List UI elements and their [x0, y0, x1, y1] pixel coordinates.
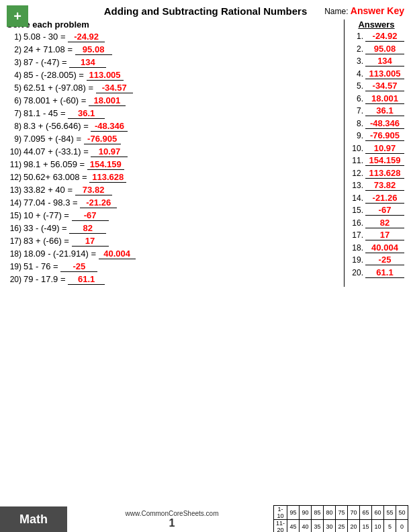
ak-num: 10.	[349, 144, 363, 153]
ak-row: 19. -25	[349, 255, 404, 265]
ak-row: 11. 154.159	[349, 155, 404, 166]
ak-value: -24.92	[365, 31, 404, 42]
ak-value: 10.97	[365, 143, 404, 154]
ak-value: -48.346	[365, 118, 404, 129]
problem-row: 18) 18.09 - (-21.914) = 40.004	[7, 249, 340, 259]
ak-row: 9. -76.905	[349, 130, 404, 141]
ak-num: 12.	[349, 169, 363, 178]
problem-number: 13)	[7, 185, 21, 195]
ak-num: 20.	[349, 268, 363, 277]
ak-header: Answers	[349, 19, 404, 30]
ak-value: -21.26	[365, 193, 404, 204]
ak-row: 16. 82	[349, 218, 404, 228]
problem-row: 16) 33 - (-49) = 82	[7, 223, 340, 234]
ak-value: 18.001	[365, 93, 404, 104]
problem-row: 11) 98.1 + 56.059 = 154.159	[7, 159, 340, 170]
problem-number: 8)	[7, 122, 21, 131]
problem-text: 98.1 + 56.059 = 154.159	[24, 159, 340, 170]
problem-row: 10) 44.07 + (-33.1) = 10.97	[7, 146, 340, 157]
ak-row: 10. 10.97	[349, 143, 404, 154]
problem-number: 19)	[7, 262, 21, 271]
problem-text: 62.51 + (-97.08) = -34.57	[24, 83, 340, 93]
answer-value: -34.57	[96, 83, 133, 93]
problem-row: 1) 5.08 - 30 = -24.92	[7, 32, 340, 42]
problem-text: 78.001 + (-60) = 18.001	[24, 95, 340, 106]
problem-number: 14)	[7, 198, 21, 208]
ak-row: 18. 40.004	[349, 242, 404, 253]
problem-number: 15)	[7, 211, 21, 220]
ak-row: 20. 61.1	[349, 267, 404, 278]
problem-row: 2) 24 + 71.08 = 95.08	[7, 44, 340, 55]
answer-value: -76.905	[84, 134, 121, 144]
problem-number: 5)	[7, 83, 21, 93]
problem-row: 14) 77.04 - 98.3 = -21.26	[7, 197, 340, 208]
ak-num: 7.	[349, 106, 363, 116]
footer-math-label: Math	[0, 506, 67, 532]
page: + Adding and Subtracting Rational Number…	[0, 0, 411, 532]
ak-num: 2.	[349, 44, 363, 54]
problem-row: 13) 33.82 + 40 = 73.82	[7, 185, 340, 195]
problem-row: 5) 62.51 + (-97.08) = -34.57	[7, 83, 340, 93]
answer-value: 134	[69, 57, 106, 68]
problem-number: 7)	[7, 109, 21, 118]
ak-num: 8.	[349, 119, 363, 128]
ak-row: 7. 36.1	[349, 105, 404, 116]
problem-number: 18)	[7, 249, 21, 259]
problem-row: 7) 81.1 - 45 = 36.1	[7, 108, 340, 119]
problem-text: 7.095 + (-84) = -76.905	[24, 134, 340, 144]
answer-value: 113.005	[87, 70, 124, 81]
footer-center: www.CommonCoreSheets.com 1	[67, 506, 277, 532]
problem-text: 18.09 - (-21.914) = 40.004	[24, 249, 340, 259]
answer-value: 154.159	[87, 159, 124, 170]
answer-value: 95.08	[75, 44, 112, 55]
main-content: Solve each problem 1) 5.08 - 30 = -24.92…	[7, 19, 404, 287]
problem-text: 81.1 - 45 = 36.1	[24, 108, 340, 119]
ak-num: 4.	[349, 69, 363, 79]
ak-value: 73.82	[365, 180, 404, 191]
answer-value: -25	[60, 261, 97, 272]
answer-value: 18.001	[89, 95, 126, 106]
math-text: Math	[19, 513, 48, 527]
ak-value: -67	[365, 205, 404, 216]
ak-value: 95.08	[365, 44, 404, 54]
ak-num: 11.	[349, 156, 363, 165]
answer-value: 17	[72, 236, 109, 247]
problem-text: 77.04 - 98.3 = -21.26	[24, 197, 340, 208]
header: + Adding and Subtracting Rational Number…	[7, 5, 404, 17]
page-number: 1	[169, 517, 175, 529]
problem-number: 10)	[7, 147, 21, 157]
ak-num: 16.	[349, 218, 363, 228]
ak-num: 5.	[349, 81, 363, 91]
problem-text: 50.62+ 63.008 = 113.628	[24, 172, 340, 183]
ak-num: 15.	[349, 206, 363, 215]
problem-number: 3)	[7, 58, 21, 67]
ak-num: 6.	[349, 94, 363, 103]
problem-number: 1)	[7, 32, 21, 42]
name-area: Name: Answer Key	[324, 5, 404, 16]
answer-value: -67	[72, 210, 109, 221]
answer-value: 113.628	[89, 172, 126, 183]
problem-text: 24 + 71.08 = 95.08	[24, 44, 340, 55]
ak-value: 36.1	[365, 105, 404, 116]
ak-value: 113.628	[365, 168, 404, 179]
problem-number: 17)	[7, 236, 21, 246]
answer-value: 61.1	[68, 274, 105, 285]
problem-text: 85 - (-28.005) = 113.005	[24, 70, 340, 81]
ak-num: 3.	[349, 56, 363, 66]
logo-symbol: +	[13, 9, 21, 24]
score-table: 1-10 95 90 85 80 75 70 65 60 55 50 11-20…	[273, 505, 408, 533]
ak-row: 14. -21.26	[349, 193, 404, 204]
problem-row: 15) 10 + (-77) = -67	[7, 210, 340, 221]
ak-num: 18.	[349, 243, 363, 253]
instructions-label: Solve each problem	[7, 19, 340, 30]
ak-value: 134	[365, 56, 404, 66]
problem-text: 51 - 76 = -25	[24, 261, 340, 272]
problem-row: 4) 85 - (-28.005) = 113.005	[7, 70, 340, 81]
problem-number: 6)	[7, 96, 21, 105]
answer-value: 82	[69, 223, 106, 234]
problem-row: 9) 7.095 + (-84) = -76.905	[7, 134, 340, 144]
problem-text: 33 - (-49) = 82	[24, 223, 340, 234]
ak-value: 40.004	[365, 242, 404, 253]
problem-text: 10 + (-77) = -67	[24, 210, 340, 221]
ak-value: -76.905	[365, 130, 404, 141]
